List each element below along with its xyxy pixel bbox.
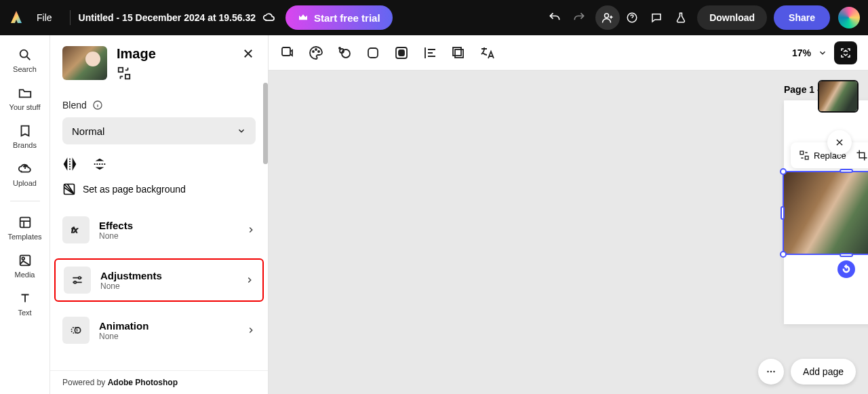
svg-point-32 — [767, 371, 768, 372]
zoom-value[interactable]: 17% — [792, 47, 811, 58]
start-trial-button[interactable]: Start free trial — [285, 5, 393, 30]
close-thumbnails-button[interactable] — [827, 130, 852, 155]
help-button[interactable] — [620, 5, 644, 30]
panel-scrollbar[interactable] — [263, 83, 268, 164]
svg-point-5 — [22, 257, 24, 260]
flip-horizontal-button[interactable] — [62, 157, 77, 172]
rail-separator — [10, 201, 40, 201]
svg-point-18 — [318, 51, 319, 52]
resize-handle-tl[interactable] — [780, 168, 787, 175]
chevron-right-icon — [246, 326, 256, 335]
sliders-icon — [71, 273, 84, 287]
svg-point-34 — [773, 371, 774, 372]
selection-thumbnail — [62, 46, 107, 80]
resize-handle-bl[interactable] — [780, 251, 787, 258]
rotate-handle[interactable] — [837, 260, 855, 278]
swap-icon — [799, 150, 810, 161]
svg-point-19 — [342, 50, 350, 58]
svg-rect-22 — [368, 48, 378, 58]
fit-view-button[interactable] — [834, 41, 857, 64]
swap-icon[interactable] — [117, 66, 132, 81]
templates-icon — [18, 215, 33, 230]
adjustments-option[interactable]: Adjustments None — [54, 258, 264, 302]
rail-brands[interactable]: Brands — [0, 123, 50, 149]
rail-search[interactable]: Search — [0, 47, 50, 73]
app-logo[interactable] — [8, 9, 24, 26]
selected-image[interactable] — [783, 171, 868, 255]
translate-icon[interactable] — [479, 45, 495, 61]
align-icon[interactable] — [422, 45, 438, 61]
rail-label: Search — [13, 65, 37, 73]
set-bg-label: Set as page background — [83, 184, 186, 195]
rail-label: Templates — [7, 233, 41, 241]
rail-label: Your stuff — [9, 103, 41, 111]
search-icon — [18, 47, 33, 62]
background-icon — [62, 182, 76, 196]
undo-button[interactable] — [542, 5, 567, 30]
rail-label: Text — [18, 309, 31, 317]
close-icon — [242, 47, 254, 60]
blend-value: Normal — [72, 125, 104, 137]
upload-icon — [18, 161, 33, 176]
palette-icon[interactable] — [308, 45, 324, 61]
set-as-background-button[interactable]: Set as page background — [62, 182, 256, 205]
svg-point-21 — [339, 47, 340, 49]
svg-rect-25 — [455, 50, 463, 58]
shape-icon[interactable] — [365, 45, 381, 61]
page-actions-button[interactable] — [758, 359, 784, 385]
resize-handle-left[interactable] — [781, 206, 785, 220]
flip-vertical-button[interactable] — [92, 157, 107, 172]
svg-point-0 — [605, 14, 609, 18]
rail-upload[interactable]: Upload — [0, 161, 50, 187]
media-icon — [18, 253, 33, 268]
mask-icon[interactable] — [393, 45, 410, 61]
resize-handle-bottom[interactable] — [840, 253, 853, 257]
effects-title: Effects — [99, 220, 237, 231]
resize-handle-top[interactable] — [840, 169, 853, 173]
generative-fill-icon[interactable] — [279, 45, 296, 61]
rail-text[interactable]: Text — [0, 291, 50, 317]
brand-icon — [18, 123, 33, 138]
animation-sub: None — [99, 332, 237, 341]
add-page-button[interactable]: Add page — [791, 359, 856, 385]
blend-mode-select[interactable]: Normal — [62, 117, 256, 144]
panel-title: Image — [117, 46, 156, 62]
blend-label: Blend — [62, 100, 87, 111]
file-menu[interactable]: File — [37, 12, 52, 23]
cloud-sync-icon[interactable] — [262, 11, 276, 24]
chevron-right-icon — [246, 225, 256, 235]
rail-your-stuff[interactable]: Your stuff — [0, 85, 50, 111]
effects-option[interactable]: fx Effects None — [54, 210, 264, 250]
divider — [70, 10, 71, 25]
svg-point-33 — [770, 371, 772, 372]
invite-button[interactable] — [595, 5, 620, 30]
layers-icon[interactable] — [450, 45, 467, 61]
close-icon — [835, 138, 844, 147]
rail-media[interactable]: Media — [0, 253, 50, 279]
beaker-icon[interactable] — [669, 5, 693, 30]
document-title[interactable]: Untitled - 15 December 2024 at 19.56.32 — [79, 12, 256, 23]
crop-button[interactable] — [856, 149, 868, 161]
comments-button[interactable] — [644, 5, 669, 30]
adjustments-sub: None — [100, 281, 235, 291]
svg-rect-28 — [805, 156, 808, 159]
svg-rect-15 — [282, 47, 290, 56]
chevron-down-icon[interactable] — [818, 48, 827, 58]
info-icon[interactable] — [92, 100, 103, 111]
chevron-right-icon — [245, 275, 254, 285]
redo-button[interactable] — [567, 5, 591, 30]
download-button[interactable]: Download — [697, 5, 767, 30]
effects-icon[interactable] — [336, 45, 353, 61]
share-button[interactable]: Share — [774, 5, 830, 30]
page-thumbnail[interactable] — [818, 80, 859, 113]
rail-templates[interactable]: Templates — [0, 215, 50, 241]
svg-rect-6 — [119, 68, 123, 72]
rail-label: Media — [15, 271, 35, 279]
panel-close-button[interactable] — [241, 46, 256, 61]
animation-option[interactable]: Animation None — [54, 310, 264, 351]
svg-point-16 — [313, 51, 314, 52]
svg-rect-24 — [399, 50, 404, 56]
animation-icon — [69, 323, 83, 337]
trial-label: Start free trial — [314, 12, 380, 24]
user-avatar[interactable] — [838, 7, 860, 28]
